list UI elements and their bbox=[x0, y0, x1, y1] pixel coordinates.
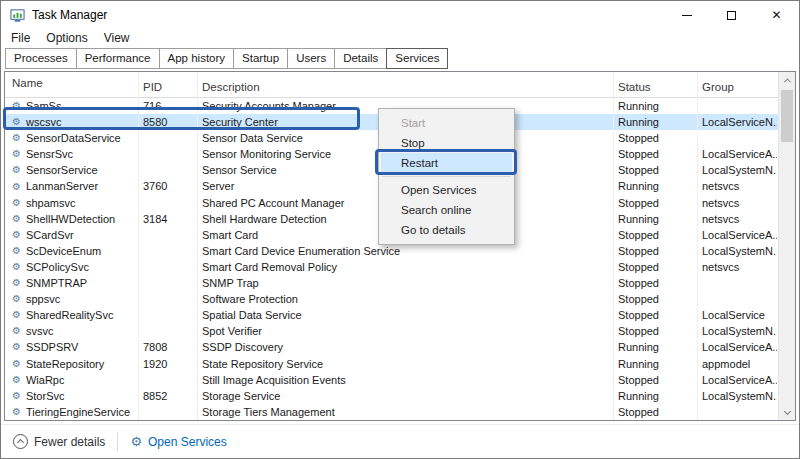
menu-options[interactable]: Options bbox=[38, 31, 95, 45]
service-status: Stopped bbox=[613, 404, 697, 420]
service-pid bbox=[138, 146, 197, 162]
service-gear-icon: ⚙ bbox=[12, 326, 21, 336]
service-pid bbox=[138, 372, 197, 388]
service-name-cell: ⚙ SharedRealitySvc bbox=[5, 307, 138, 323]
service-status: Stopped bbox=[613, 291, 697, 307]
service-gear-icon: ⚙ bbox=[12, 165, 21, 175]
table-row[interactable]: ⚙ StorSvc 8852 Storage Service Running L… bbox=[5, 388, 778, 404]
service-gear-icon: ⚙ bbox=[12, 149, 21, 159]
service-name-cell: ⚙ svsvc bbox=[5, 323, 138, 339]
context-menu-item-start[interactable]: Start bbox=[381, 113, 512, 133]
service-name: ShellHWDetection bbox=[26, 211, 115, 227]
table-row[interactable]: ⚙ WiaRpc Still Image Acquisition Events … bbox=[5, 372, 778, 388]
minimize-icon bbox=[682, 15, 692, 16]
context-menu-item-search-online[interactable]: Search online bbox=[381, 200, 512, 220]
tab-services[interactable]: Services bbox=[386, 48, 448, 69]
service-description: Smart Card Removal Policy bbox=[197, 259, 613, 275]
scroll-down-icon[interactable] bbox=[779, 403, 796, 420]
service-gear-icon: ⚙ bbox=[12, 310, 21, 320]
window-controls: ✕ bbox=[664, 1, 799, 29]
service-gear-icon: ⚙ bbox=[12, 246, 21, 256]
service-name: SensorDataService bbox=[26, 130, 121, 146]
service-name: LanmanServer bbox=[26, 178, 98, 194]
service-name: ScDeviceEnum bbox=[26, 243, 101, 259]
service-pid bbox=[138, 162, 197, 178]
minimize-button[interactable] bbox=[664, 1, 709, 29]
maximize-icon bbox=[727, 11, 736, 20]
service-description: Software Protection bbox=[197, 291, 613, 307]
service-name-cell: ⚙ TieringEngineService bbox=[5, 404, 138, 420]
column-header-description[interactable]: Description bbox=[197, 72, 613, 97]
service-group: netsvcs bbox=[697, 195, 777, 211]
service-name: StorSvc bbox=[26, 388, 65, 404]
scroll-up-icon[interactable] bbox=[779, 72, 796, 89]
service-group: LocalServiceA... bbox=[697, 227, 777, 243]
service-status: Running bbox=[613, 356, 697, 372]
service-status: Running bbox=[613, 98, 697, 114]
table-row[interactable]: ⚙ SharedRealitySvc Spatial Data Service … bbox=[5, 307, 778, 323]
context-menu-item-restart[interactable]: Restart bbox=[381, 153, 512, 173]
table-row[interactable]: ⚙ TieringEngineService Storage Tiers Man… bbox=[5, 404, 778, 420]
table-row[interactable]: ⚙ sppsvc Software Protection Stopped bbox=[5, 291, 778, 307]
tab-startup[interactable]: Startup bbox=[233, 48, 288, 69]
context-menu-item-go-to-details[interactable]: Go to details bbox=[381, 220, 512, 240]
service-pid bbox=[138, 323, 197, 339]
service-pid bbox=[138, 275, 197, 291]
tab-performance[interactable]: Performance bbox=[76, 48, 160, 69]
service-group bbox=[697, 291, 777, 307]
service-group: netsvcs bbox=[697, 178, 777, 194]
context-menu-item-stop[interactable]: Stop bbox=[381, 133, 512, 153]
menu-view[interactable]: View bbox=[96, 31, 138, 45]
service-name-cell: ⚙ SensrSvc bbox=[5, 146, 138, 162]
table-header: Name PID Description Status Group bbox=[5, 72, 778, 98]
service-name: SamSs bbox=[26, 98, 61, 114]
column-header-status[interactable]: Status bbox=[613, 72, 697, 97]
table-row[interactable]: ⚙ ScDeviceEnum Smart Card Device Enumera… bbox=[5, 243, 778, 259]
service-pid bbox=[138, 259, 197, 275]
table-row[interactable]: ⚙ StateRepository 1920 State Repository … bbox=[5, 356, 778, 372]
open-services-link[interactable]: Open Services bbox=[148, 435, 227, 449]
context-menu-item-open-services[interactable]: Open Services bbox=[381, 180, 512, 200]
service-name-cell: ⚙ SCPolicySvc bbox=[5, 259, 138, 275]
service-name: SSDPSRV bbox=[26, 339, 78, 355]
service-status: Running bbox=[613, 339, 697, 355]
window-title: Task Manager bbox=[32, 8, 107, 22]
service-group: netsvcs bbox=[697, 259, 777, 275]
service-gear-icon: ⚙ bbox=[12, 278, 21, 288]
column-divider bbox=[197, 72, 198, 420]
tab-app-history[interactable]: App history bbox=[159, 48, 235, 69]
service-name-cell: ⚙ SensorDataService bbox=[5, 130, 138, 146]
table-row[interactable]: ⚙ SSDPSRV 7808 SSDP Discovery Running Lo… bbox=[5, 339, 778, 355]
service-name-cell: ⚙ LanmanServer bbox=[5, 178, 138, 194]
service-gear-icon: ⚙ bbox=[12, 294, 21, 304]
task-manager-icon bbox=[10, 8, 25, 23]
service-gear-icon: ⚙ bbox=[12, 214, 21, 224]
vertical-scrollbar[interactable] bbox=[778, 72, 795, 420]
service-group bbox=[697, 98, 777, 114]
scrollbar-thumb[interactable] bbox=[781, 90, 793, 142]
tab-details[interactable]: Details bbox=[334, 48, 387, 69]
service-group: LocalSystemN... bbox=[697, 388, 777, 404]
service-name-cell: ⚙ sppsvc bbox=[5, 291, 138, 307]
service-name-cell: ⚙ StateRepository bbox=[5, 356, 138, 372]
service-group: LocalServiceN... bbox=[697, 114, 777, 130]
service-group: netsvcs bbox=[697, 211, 777, 227]
column-header-group[interactable]: Group bbox=[697, 72, 777, 97]
fewer-details-toggle[interactable]: Fewer details bbox=[34, 435, 105, 449]
service-name: SensorService bbox=[26, 162, 98, 178]
column-header-pid[interactable]: PID bbox=[138, 72, 197, 97]
context-menu-separator bbox=[382, 176, 511, 177]
close-button[interactable]: ✕ bbox=[754, 1, 799, 29]
tab-users[interactable]: Users bbox=[287, 48, 335, 69]
service-pid: 8852 bbox=[138, 388, 197, 404]
column-divider bbox=[697, 72, 698, 420]
menu-file[interactable]: File bbox=[3, 31, 38, 45]
table-row[interactable]: ⚙ svsvc Spot Verifier Stopped LocalSyste… bbox=[5, 323, 778, 339]
maximize-button[interactable] bbox=[709, 1, 754, 29]
column-header-name[interactable]: Name bbox=[5, 72, 138, 97]
table-row[interactable]: ⚙ SCPolicySvc Smart Card Removal Policy … bbox=[5, 259, 778, 275]
service-description: Storage Tiers Management bbox=[197, 404, 613, 420]
table-row[interactable]: ⚙ SNMPTRAP SNMP Trap Stopped bbox=[5, 275, 778, 291]
tab-processes[interactable]: Processes bbox=[5, 48, 77, 69]
title-bar: Task Manager ✕ bbox=[1, 1, 799, 29]
